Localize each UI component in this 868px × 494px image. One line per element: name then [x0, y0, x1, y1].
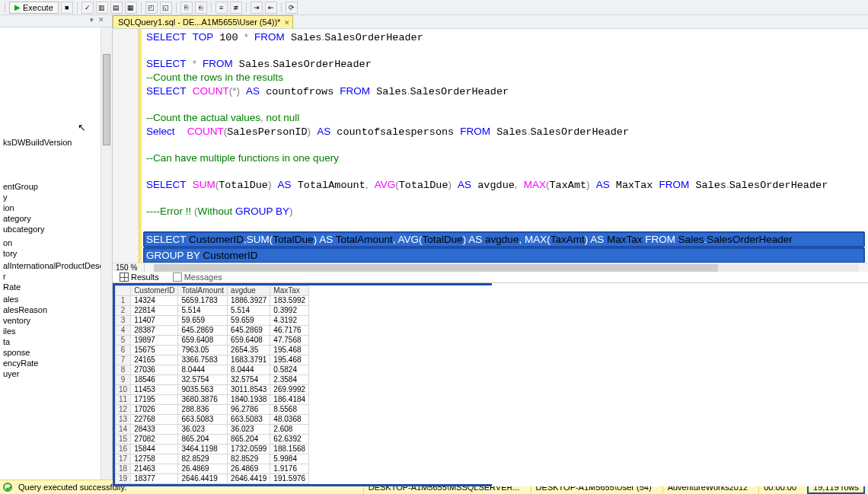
- separator: [141, 2, 142, 13]
- tree-item[interactable]: ales: [0, 294, 112, 304]
- tab-results-label: Results: [131, 272, 159, 282]
- table-row[interactable]: 19183772646.44192646.4419191.5976: [116, 474, 309, 484]
- document-tabstrip: SQLQuery1.sql - DE...A1M5655\User (54))*…: [113, 15, 868, 29]
- tree-item[interactable]: sponse: [0, 347, 112, 358]
- scrollbar-thumb[interactable]: [154, 264, 718, 272]
- separator: [246, 2, 247, 13]
- table-row[interactable]: 2228145.5145.5140.3992: [116, 306, 309, 316]
- table-row[interactable]: 1527082865.204865.20462.6392: [116, 435, 309, 445]
- tree-item[interactable]: ventory: [0, 315, 112, 326]
- tree-item[interactable]: ategory: [0, 213, 112, 224]
- tab-close-icon[interactable]: ✕: [284, 18, 290, 28]
- object-explorer: ▾ ✕ ksDWBuildVersion entGroup y ion ateg…: [0, 15, 113, 480]
- toolbar-icon[interactable]: ▥: [96, 2, 108, 14]
- execute-button[interactable]: ▶ Execute: [9, 2, 59, 14]
- tree-item[interactable]: tory: [0, 248, 112, 259]
- column-header[interactable]: TotalAmount: [178, 286, 228, 296]
- tree-item[interactable]: [0, 149, 112, 151]
- tab-messages[interactable]: Messages: [171, 272, 225, 282]
- tree-item[interactable]: alesReason: [0, 304, 112, 315]
- table-row[interactable]: 1217026288.83696.27868.5568: [116, 405, 309, 415]
- pin-icon[interactable]: ▾: [90, 16, 94, 24]
- toolbar-icon[interactable]: ◰: [145, 2, 158, 14]
- horizontal-scrollbar[interactable]: [154, 264, 859, 272]
- close-icon[interactable]: ✕: [98, 16, 104, 24]
- table-row[interactable]: 10114539035.5633011.8543269.9992: [116, 385, 309, 395]
- table-row[interactable]: 8270368.04448.04440.5824: [116, 365, 309, 375]
- table-row[interactable]: 1143245659.17831886.3927183.5992: [116, 296, 309, 306]
- toolbar-icon[interactable]: ⎗: [195, 2, 207, 14]
- scrollbar-thumb[interactable]: [103, 54, 110, 145]
- toolbar: ▶ Execute ■ ✓ ▥ ▤ ▦ ◰ ◱ ⎘ ⎗ ≡ ≢ ⇥ ⇤ ⟳: [0, 0, 868, 15]
- table-row[interactable]: 142843336.02336.0232.608: [116, 425, 309, 435]
- tab-results[interactable]: Results: [117, 272, 161, 282]
- tree-item[interactable]: Rate: [0, 282, 112, 292]
- table-row[interactable]: 171275882.852982.85295.9984: [116, 454, 309, 464]
- table-row[interactable]: 1322768663.5083663.508348.0368: [116, 415, 309, 425]
- execute-label: Execute: [23, 3, 53, 12]
- object-tree[interactable]: ksDWBuildVersion entGroup y ion ategory …: [0, 27, 112, 379]
- toolbar-icon[interactable]: ◱: [160, 2, 172, 14]
- editor-footer: 150 %: [113, 263, 868, 272]
- table-row[interactable]: 519897659.6408659.640847.7568: [116, 336, 309, 346]
- table-row[interactable]: 31140759.65959.6594.3192: [116, 316, 309, 326]
- outdent-button[interactable]: ⇤: [265, 2, 277, 14]
- separator: [176, 2, 177, 13]
- tree-item[interactable]: encyRate: [0, 358, 112, 368]
- code-editor[interactable]: SELECT TOP 100 * FROM Sales.SalesOrderHe…: [113, 29, 868, 263]
- indent-button[interactable]: ⇥: [251, 2, 263, 14]
- success-icon: [3, 483, 12, 492]
- sidebar-scrollbar[interactable]: [101, 27, 112, 480]
- table-row[interactable]: 91854632.575432.57542.3584: [116, 375, 309, 385]
- stop-button[interactable]: ■: [61, 2, 73, 14]
- tab-title: SQLQuery1.sql - DE...A1M5655\User (54))*: [118, 18, 280, 27]
- tab-messages-label: Messages: [184, 272, 222, 282]
- table-row[interactable]: 16158443464.11981732.0599188.1568: [116, 445, 309, 454]
- tree-item[interactable]: on: [0, 237, 112, 248]
- separator: [211, 2, 212, 13]
- toolbar-icon[interactable]: ⟳: [286, 2, 298, 14]
- editor-change-margin: [139, 29, 142, 263]
- table-row[interactable]: 11171953680.38761840.1938186.4184: [116, 395, 309, 405]
- table-row[interactable]: 182146326.486926.48691.9176: [116, 464, 309, 474]
- tree-item[interactable]: iles: [0, 326, 112, 336]
- separator: [5, 2, 5, 13]
- column-header[interactable]: avgdue: [228, 286, 270, 296]
- grid-icon: [120, 272, 129, 282]
- column-header[interactable]: [116, 286, 131, 296]
- parse-button[interactable]: ✓: [81, 2, 94, 14]
- table-row[interactable]: 6156757963.052654.35195.468: [116, 346, 309, 355]
- messages-icon: [173, 272, 182, 282]
- uncomment-button[interactable]: ≢: [230, 2, 242, 14]
- table-row[interactable]: 7241653366.75831683.3791195.468: [116, 355, 309, 365]
- tree-item[interactable]: ubcategory: [0, 224, 112, 234]
- results-tabstrip: Results Messages: [113, 272, 868, 283]
- status-text: Query executed successfully.: [18, 483, 126, 492]
- sidebar-header: ▾ ✕: [0, 15, 112, 27]
- tree-item[interactable]: ksDWBuildVersion: [0, 137, 112, 148]
- comment-button[interactable]: ≡: [215, 2, 228, 14]
- tree-item[interactable]: y: [0, 192, 112, 202]
- results-grid[interactable]: CustomerIDTotalAmountavgdueMaxTax1143245…: [113, 283, 492, 486]
- play-icon: ▶: [14, 3, 21, 11]
- separator: [77, 2, 78, 13]
- toolbar-icon[interactable]: ▦: [125, 2, 137, 14]
- tree-item[interactable]: ion: [0, 202, 112, 213]
- tree-item[interactable]: r: [0, 271, 112, 282]
- editor-gutter: [113, 29, 139, 263]
- tree-item[interactable]: alInternationalProductDescription: [0, 260, 112, 271]
- table-row[interactable]: 428387645.2869645.286946.7176: [116, 326, 309, 336]
- tree-item[interactable]: uyer: [0, 368, 112, 379]
- tree-item[interactable]: entGroup: [0, 181, 112, 192]
- separator: [281, 2, 282, 13]
- toolbar-icon[interactable]: ⎘: [180, 2, 193, 14]
- document-tab[interactable]: SQLQuery1.sql - DE...A1M5655\User (54))*…: [113, 15, 293, 28]
- column-header[interactable]: MaxTax: [270, 286, 309, 296]
- column-header[interactable]: CustomerID: [131, 286, 178, 296]
- zoom-level[interactable]: 150 %: [113, 263, 145, 272]
- toolbar-icon[interactable]: ▤: [110, 2, 123, 14]
- tree-item[interactable]: ta: [0, 336, 112, 347]
- results-empty-area: [492, 283, 869, 486]
